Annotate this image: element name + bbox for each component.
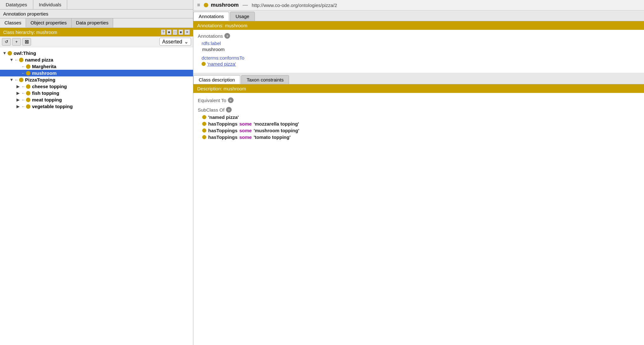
left-panel: Datatypes Individuals Annotation propert… (0, 0, 193, 345)
annotation-value-mushroom: mushroom (202, 47, 640, 52)
back-arrow-icon: ← (15, 78, 18, 82)
tree-item-fish-topping[interactable]: ▶ ← fish topping (0, 90, 193, 96)
entity-dot-icon (204, 3, 208, 7)
item-label: meat topping (32, 97, 62, 102)
tree-item-named-pizza[interactable]: ▼ ← named pizza (0, 56, 193, 63)
tree-item-cheese-topping[interactable]: ▶ ← cheese topping (0, 83, 193, 90)
asserted-label: Asserted (162, 39, 182, 45)
tab-individuals[interactable]: Individuals (33, 0, 68, 9)
tree-item-meat-topping[interactable]: ▶ ← meat topping (0, 96, 193, 103)
entity-header: ≡ mushroom — http://www.co-ode.org/ontol… (193, 0, 644, 10)
entry-value: 'tomato topping' (254, 134, 290, 140)
annotation-rdfs-label: rdfs:label mushroom (202, 41, 640, 52)
some-keyword: some (239, 134, 252, 140)
annotation-link-text[interactable]: 'named pizza' (207, 61, 236, 67)
toolbar-btn-add[interactable]: + (12, 38, 21, 46)
annotation-value-named-pizza-link[interactable]: 'named pizza' (202, 61, 640, 67)
arrow-icon: ▼ (3, 51, 7, 55)
item-label: vegetable topping (32, 104, 73, 109)
entry-value: 'mushroom topping' (254, 128, 299, 133)
entry-value: 'mozzarella topping' (254, 121, 299, 127)
tab-annotations[interactable]: Annotations (193, 12, 229, 21)
entry-prefix: hasToppings (208, 121, 237, 127)
dot-icon (8, 51, 12, 55)
annotations-body: Annotations + rdfs:label mushroom dcterm… (193, 30, 644, 73)
asserted-dropdown[interactable]: Asserted ⌄ (159, 38, 191, 46)
dot-icon (19, 78, 23, 82)
hierarchy-icon-0[interactable]: ? (161, 29, 165, 35)
back-arrow-icon: ← (22, 64, 25, 69)
description-panel: Class description Taxon constraints Desc… (193, 73, 644, 345)
toolbar-btn-sync[interactable]: ↺ (2, 38, 11, 46)
tab-classes[interactable]: Classes (0, 18, 26, 28)
arrow-icon: ▼ (10, 57, 14, 62)
tab-usage[interactable]: Usage (230, 12, 254, 21)
desc-tab-bar: Class description Taxon constraints (193, 73, 644, 84)
arrow-icon: ▶ (16, 84, 21, 89)
entity-name: mushroom (211, 2, 239, 8)
hierarchy-header-title: Class hierarchy: mushroom (3, 30, 57, 35)
back-arrow-icon: ← (15, 58, 18, 62)
add-icon: + (15, 39, 18, 44)
annotations-label-text: Annotations (198, 33, 223, 39)
entry-text: 'named pizza' (208, 114, 239, 120)
classes-tab-bar: Classes Object properties Data propertie… (0, 18, 193, 28)
entry-prefix: hasToppings (208, 128, 237, 133)
entry-prefix: hasToppings (208, 134, 237, 140)
entry-dot-icon (202, 128, 206, 133)
tab-taxon-constraints[interactable]: Taxon constraints (241, 75, 289, 84)
some-keyword: some (239, 128, 252, 133)
sync-icon: ↺ (5, 39, 8, 44)
back-arrow-icon: ← (22, 104, 25, 109)
tree-toolbar: ↺ + ⊠ Asserted ⌄ (0, 36, 193, 47)
entry-dot-icon (202, 122, 206, 126)
arrow-icon: ▶ (16, 97, 21, 102)
hierarchy-header: Class hierarchy: mushroom ? ■ □ ■ ✕ (0, 28, 193, 36)
hamburger-icon[interactable]: ≡ (197, 2, 200, 8)
hierarchy-icon-3[interactable]: ■ (178, 29, 183, 35)
item-label: mushroom (32, 70, 57, 76)
subclass-entry-named-pizza: 'named pizza' (202, 114, 640, 120)
tab-datatypes[interactable]: Datatypes (0, 0, 33, 9)
tab-data-properties[interactable]: Data properties (72, 18, 113, 28)
tree-item-margherita[interactable]: ← Margherita (0, 63, 193, 70)
description-header: Description: mushroom (193, 84, 644, 93)
tree-item-vegetable-topping[interactable]: ▶ ← vegetable topping (0, 103, 193, 110)
toolbar-btn-remove[interactable]: ⊠ (22, 38, 31, 46)
class-tree: ▼ owl:Thing ▼ ← named pizza ← Margherita… (0, 47, 193, 345)
equivalent-to-label: Equivalent To + (198, 97, 640, 103)
add-annotation-button[interactable]: + (224, 33, 230, 39)
hierarchy-icon-1[interactable]: ■ (167, 29, 171, 35)
subclass-entry-mozzarella: hasToppings some 'mozzarella topping' (202, 121, 640, 127)
tree-item-mushroom[interactable]: ← mushroom (0, 70, 193, 76)
dot-icon (26, 84, 30, 89)
dot-icon (26, 98, 30, 102)
add-subclass-button[interactable]: + (226, 107, 232, 113)
dot-icon (26, 91, 30, 95)
annotation-property-rdfs-label[interactable]: rdfs:label (202, 41, 640, 46)
dot-icon (26, 104, 30, 109)
annotations-header: Annotations: mushroom (193, 21, 644, 30)
back-arrow-icon: ← (22, 71, 25, 75)
right-tab-bar: Annotations Usage (193, 10, 644, 21)
named-pizza-dot-icon (202, 62, 206, 66)
annotation-property-dcterms[interactable]: dcterms:conformsTo (202, 55, 640, 61)
hierarchy-icon-4[interactable]: ✕ (184, 29, 190, 35)
item-label: PizzaTopping (25, 77, 55, 82)
entity-url: http://www.co-ode.org/ontologies/pizza/2 (252, 3, 337, 8)
tree-item-owl-thing[interactable]: ▼ owl:Thing (0, 50, 193, 56)
annotation-properties-bar[interactable]: Annotation properties (0, 10, 193, 18)
description-body: Equivalent To + SubClass Of + 'named piz… (193, 93, 644, 345)
tab-object-properties[interactable]: Object properties (26, 18, 71, 28)
tab-class-description[interactable]: Class description (193, 75, 240, 84)
arrow-icon: ▶ (16, 91, 21, 95)
entry-dot-icon (202, 135, 206, 139)
tree-item-pizza-topping[interactable]: ▼ ← PizzaTopping (0, 76, 193, 83)
add-equivalent-button[interactable]: + (228, 97, 234, 103)
subclass-of-text: SubClass Of (198, 107, 224, 113)
hierarchy-icon-2[interactable]: □ (173, 29, 177, 35)
arrow-icon: ▼ (10, 77, 14, 82)
annotations-area: Annotations Usage Annotations: mushroom … (193, 10, 644, 73)
item-label: Margherita (32, 64, 56, 69)
arrow-icon (16, 71, 21, 75)
